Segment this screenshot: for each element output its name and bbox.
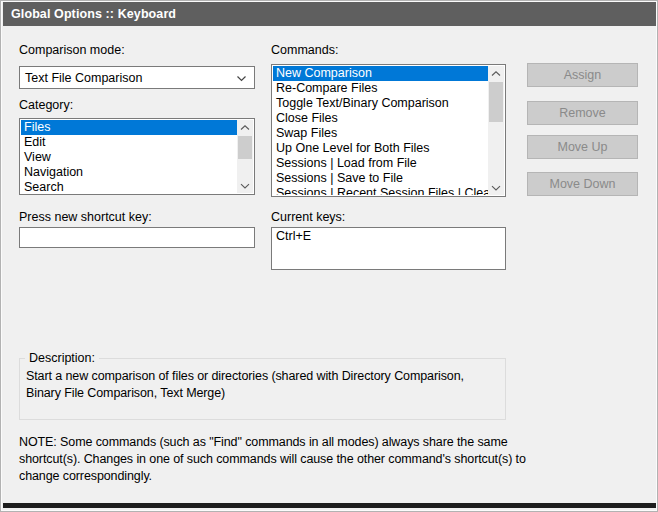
- category-listbox: FilesEditViewNavigationSearch: [19, 118, 255, 195]
- scroll-down-icon[interactable]: [488, 180, 504, 195]
- chevron-down-icon: [236, 75, 247, 82]
- commands-listbox: New ComparisonRe-Compare FilesToggle Tex…: [271, 64, 506, 197]
- scroll-down-icon[interactable]: [237, 178, 253, 193]
- category-scrollbar[interactable]: [237, 120, 253, 193]
- list-item[interactable]: Up One Level for Both Files: [273, 141, 488, 156]
- commands-label: Commands:: [271, 43, 338, 57]
- note-text: NOTE: Some commands (such as "Find" comm…: [19, 434, 527, 485]
- list-item[interactable]: Files: [21, 120, 237, 135]
- description-text: Start a new comparison of files or direc…: [26, 368, 494, 402]
- list-item[interactable]: Search: [21, 180, 237, 193]
- description-groupbox: Description: Start a new comparison of f…: [19, 358, 506, 420]
- move-up-button[interactable]: Move Up: [527, 135, 638, 159]
- list-item[interactable]: Sessions | Save to File: [273, 171, 488, 186]
- shortcut-key-input[interactable]: [19, 227, 255, 248]
- global-options-keyboard-dialog: Global Options :: Keyboard Comparison mo…: [0, 0, 658, 512]
- assign-button[interactable]: Assign: [527, 63, 638, 87]
- remove-button[interactable]: Remove: [527, 101, 638, 125]
- scroll-up-icon[interactable]: [488, 66, 504, 81]
- current-keys-label: Current keys:: [271, 210, 345, 224]
- move-down-button[interactable]: Move Down: [527, 172, 638, 196]
- current-keys-listbox: Ctrl+E: [271, 227, 506, 270]
- current-keys-list: Ctrl+E: [273, 229, 504, 268]
- list-item[interactable]: Sessions | Recent Session Files | Clear …: [273, 186, 488, 195]
- list-item[interactable]: Close Files: [273, 111, 488, 126]
- list-item[interactable]: Edit: [21, 135, 237, 150]
- dialog-title-bar: Global Options :: Keyboard: [3, 2, 656, 26]
- commands-scroll-thumb[interactable]: [489, 82, 503, 122]
- list-item[interactable]: Ctrl+E: [273, 229, 504, 244]
- dialog-bottom-edge: [3, 503, 656, 508]
- dialog-title: Global Options :: Keyboard: [11, 7, 176, 21]
- commands-scrollbar[interactable]: [488, 66, 504, 195]
- list-item[interactable]: View: [21, 150, 237, 165]
- comparison-mode-label: Comparison mode:: [19, 43, 125, 57]
- list-item[interactable]: Swap Files: [273, 126, 488, 141]
- comparison-mode-value: Text File Comparison: [25, 71, 142, 85]
- category-scroll-thumb[interactable]: [238, 136, 252, 159]
- list-item[interactable]: New Comparison: [273, 66, 488, 81]
- scroll-up-icon[interactable]: [237, 120, 253, 135]
- comparison-mode-dropdown[interactable]: Text File Comparison: [19, 66, 255, 89]
- category-list: FilesEditViewNavigationSearch: [21, 120, 237, 193]
- shortcut-key-label: Press new shortcut key:: [19, 210, 152, 224]
- list-item[interactable]: Toggle Text/Binary Comparison: [273, 96, 488, 111]
- list-item[interactable]: Re-Compare Files: [273, 81, 488, 96]
- category-label: Category:: [19, 98, 73, 112]
- commands-list: New ComparisonRe-Compare FilesToggle Tex…: [273, 66, 488, 195]
- list-item[interactable]: Navigation: [21, 165, 237, 180]
- list-item[interactable]: Sessions | Load from File: [273, 156, 488, 171]
- description-legend: Description:: [25, 351, 99, 365]
